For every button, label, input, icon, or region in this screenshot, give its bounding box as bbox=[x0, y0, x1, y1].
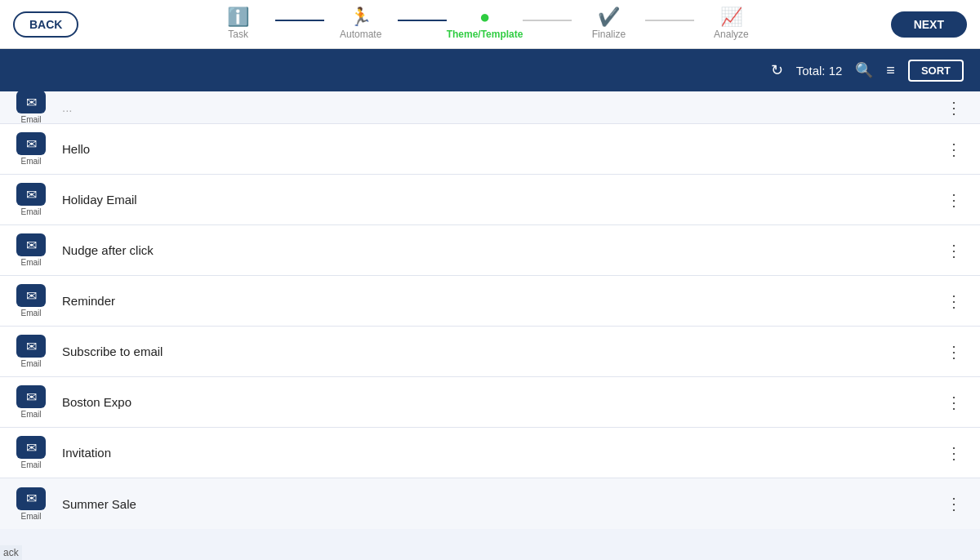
total-label: Total: 12 bbox=[796, 64, 843, 78]
email-icon-6: ✉ bbox=[16, 436, 46, 459]
more-button-1[interactable]: ⋮ bbox=[941, 190, 967, 210]
more-button-2[interactable]: ⋮ bbox=[941, 241, 967, 260]
email-type-partial: Email bbox=[20, 115, 41, 124]
email-icon-1: ✉ bbox=[16, 183, 46, 206]
item-name-2: Nudge after click bbox=[62, 243, 941, 257]
list-item-partial-bottom[interactable]: ✉ Email Summer Sale ⋮ bbox=[0, 478, 980, 529]
finalize-label: Finalize bbox=[592, 29, 626, 40]
step-analyze[interactable]: 📈 Analyze bbox=[694, 8, 768, 40]
more-button-5[interactable]: ⋮ bbox=[941, 393, 967, 412]
email-type-6: Email bbox=[20, 460, 41, 469]
toolbar: ↻ Total: 12 🔍 ≡ SORT bbox=[0, 49, 980, 91]
more-button-3[interactable]: ⋮ bbox=[941, 291, 967, 311]
list-item[interactable]: ✉ Email Boston Expo ⋮ bbox=[0, 377, 980, 428]
template-list: ✉ Email ... ⋮ ✉ Email Hello ⋮ ✉ Email Ho… bbox=[0, 91, 980, 560]
step-automate[interactable]: 🏃 Automate bbox=[324, 8, 398, 40]
list-item[interactable]: ✉ Email Holiday Email ⋮ bbox=[0, 175, 980, 225]
steps-nav: ℹ️ Task 🏃 Automate ● Theme/Template ✔️ F… bbox=[202, 8, 768, 40]
bottom-back-label: ack bbox=[0, 545, 22, 560]
list-item-partial-top[interactable]: ✉ Email ... ⋮ bbox=[0, 91, 980, 124]
back-button[interactable]: BACK bbox=[13, 11, 78, 38]
email-type-7: Email bbox=[20, 512, 41, 521]
connector-1 bbox=[275, 20, 324, 21]
task-label: Task bbox=[228, 29, 248, 40]
email-icon-wrap-3: ✉ Email bbox=[13, 284, 49, 318]
email-icon-wrap-partial: ✉ Email bbox=[13, 91, 49, 124]
item-name-5: Boston Expo bbox=[62, 395, 941, 409]
email-icon-wrap-4: ✉ Email bbox=[13, 335, 49, 368]
connector-2 bbox=[398, 20, 447, 21]
email-icon-wrap-7: ✉ Email bbox=[13, 487, 49, 521]
list-item[interactable]: ✉ Email Invitation ⋮ bbox=[0, 428, 980, 478]
email-icon-partial: ✉ bbox=[16, 91, 46, 113]
step-task[interactable]: ℹ️ Task bbox=[202, 8, 275, 40]
email-icon-wrap-0: ✉ Email bbox=[13, 132, 49, 166]
task-icon: ℹ️ bbox=[227, 8, 249, 26]
list-item[interactable]: ✉ Email Hello ⋮ bbox=[0, 124, 980, 175]
item-name-7: Summer Sale bbox=[62, 497, 941, 511]
email-type-1: Email bbox=[20, 207, 41, 216]
analyze-icon: 📈 bbox=[720, 8, 742, 26]
more-button-4[interactable]: ⋮ bbox=[941, 342, 967, 362]
filter-icon[interactable]: ≡ bbox=[886, 62, 895, 79]
automate-label: Automate bbox=[340, 29, 381, 40]
email-icon-wrap-2: ✉ Email bbox=[13, 233, 49, 267]
list-item[interactable]: ✉ Email Nudge after click ⋮ bbox=[0, 225, 980, 276]
step-theme[interactable]: ● Theme/Template bbox=[447, 8, 523, 40]
email-type-2: Email bbox=[20, 258, 41, 267]
finalize-icon: ✔️ bbox=[598, 8, 620, 26]
automate-icon: 🏃 bbox=[350, 8, 372, 26]
connector-4 bbox=[645, 20, 694, 21]
item-name-1: Holiday Email bbox=[62, 193, 941, 207]
email-type-0: Email bbox=[20, 157, 41, 166]
connector-3 bbox=[523, 20, 572, 21]
email-icon-2: ✉ bbox=[16, 233, 46, 256]
email-type-5: Email bbox=[20, 410, 41, 419]
refresh-icon[interactable]: ↻ bbox=[771, 61, 783, 79]
analyze-label: Analyze bbox=[714, 29, 749, 40]
email-icon-0: ✉ bbox=[16, 132, 46, 155]
more-button-partial[interactable]: ⋮ bbox=[941, 98, 967, 118]
item-name-3: Reminder bbox=[62, 294, 941, 308]
list-item[interactable]: ✉ Email Reminder ⋮ bbox=[0, 276, 980, 327]
email-type-4: Email bbox=[20, 359, 41, 368]
step-finalize[interactable]: ✔️ Finalize bbox=[572, 8, 645, 40]
list-item[interactable]: ✉ Email Subscribe to email ⋮ bbox=[0, 327, 980, 377]
item-name-0: Hello bbox=[62, 142, 941, 156]
more-button-0[interactable]: ⋮ bbox=[941, 140, 967, 159]
item-name-4: Subscribe to email bbox=[62, 344, 941, 358]
item-name-partial: ... bbox=[62, 100, 941, 114]
email-icon-3: ✉ bbox=[16, 284, 46, 307]
top-nav: BACK ℹ️ Task 🏃 Automate ● Theme/Template bbox=[0, 0, 980, 49]
more-button-6[interactable]: ⋮ bbox=[941, 443, 967, 463]
email-icon-wrap-6: ✉ Email bbox=[13, 436, 49, 469]
search-icon[interactable]: 🔍 bbox=[855, 61, 873, 79]
email-type-3: Email bbox=[20, 309, 41, 318]
email-icon-4: ✉ bbox=[16, 335, 46, 358]
theme-icon: ● bbox=[479, 8, 490, 26]
more-button-7[interactable]: ⋮ bbox=[941, 494, 967, 513]
email-icon-wrap-5: ✉ Email bbox=[13, 385, 49, 419]
theme-label: Theme/Template bbox=[447, 29, 523, 40]
sort-button[interactable]: SORT bbox=[908, 60, 964, 82]
item-name-6: Invitation bbox=[62, 446, 941, 460]
email-icon-7: ✉ bbox=[16, 487, 46, 510]
email-icon-wrap-1: ✉ Email bbox=[13, 183, 49, 216]
next-button[interactable]: NEXT bbox=[891, 11, 967, 38]
email-icon-5: ✉ bbox=[16, 385, 46, 408]
